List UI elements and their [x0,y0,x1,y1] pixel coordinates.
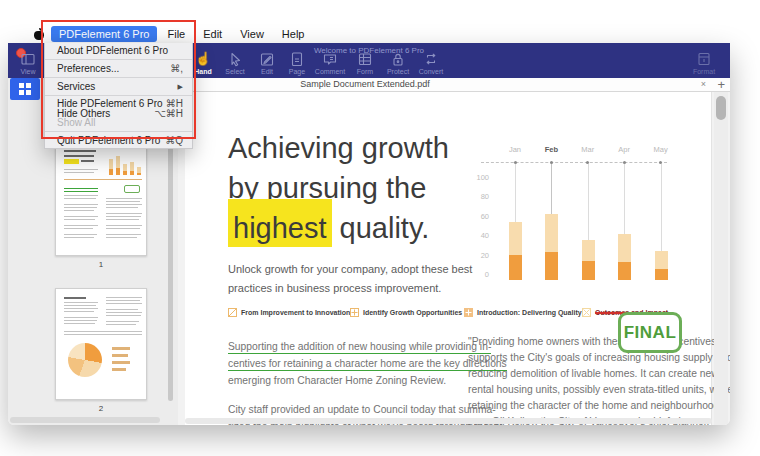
menubar-item-app[interactable]: PDFelement 6 Pro [51,26,157,42]
bar-segment-dark [618,262,631,280]
feature-item-2: Identify Growth Opportunities [350,308,462,317]
document-area: Achieving growth by pursuing the highest… [178,92,730,425]
menu-item-about[interactable]: About PDFelement 6 Pro [45,45,192,56]
feature-item-3: Introduction: Delivering Quality [464,308,582,317]
yellow-highlight[interactable]: highest [228,199,332,247]
x-axis-label: Jan [497,145,533,154]
toolbar-comment-button[interactable]: Comment [310,51,350,75]
page-thumbnail-1[interactable] [55,140,147,256]
green-underlined-text[interactable]: Supporting the addition of new housing w… [228,341,491,354]
solid-plus-square-icon [464,308,473,317]
sidebar-scrollbar[interactable] [168,136,173,401]
x-axis-label: Apr [606,145,642,154]
y-axis-tick: 80 [463,192,489,201]
y-axis-tick: 20 [463,251,489,260]
right-text-column: "Providing home owners with these types … [468,334,730,425]
app-dropdown-menu: About PDFelement 6 Pro Preferences...⌘, … [44,43,193,149]
macos-menu-bar: PDFelement 6 Pro File Edit View Help [26,24,760,43]
tab-add-icon[interactable]: + [717,77,725,92]
green-underlined-text[interactable]: centives for retaining a character home … [228,358,507,371]
x-axis-label: Feb [533,145,569,154]
menubar-item-view[interactable]: View [232,26,272,42]
bar-segment-dark [545,252,558,280]
document-scrollbar-track[interactable] [714,92,728,425]
toolbar-view-button[interactable]: View [10,51,46,75]
y-axis-tick: 100 [463,173,489,182]
toolbar-convert-button[interactable]: Convert [411,51,451,75]
convert-arrows-icon [411,51,451,67]
x-square-icon [582,308,591,317]
bar-segment-light [618,234,631,280]
bar-segment-dark [509,255,522,280]
menu-separator [45,131,192,132]
menu-item-quit[interactable]: Quit PDFelement 6 Pro⌘Q [45,135,192,146]
bar-segment-light [655,251,668,280]
menu-separator [45,59,192,60]
feature-item-1: From Improvement to Innovation [228,308,350,317]
plus-square-icon [350,308,359,317]
menubar-item-file[interactable]: File [159,26,193,42]
menu-item-services[interactable]: Services▶ [45,81,192,92]
pdf-page: Achieving growth by pursuing the highest… [185,92,712,425]
heading-line-1: Achieving growth [228,128,449,168]
sidebar-hscrollbar[interactable] [10,417,160,423]
page-number-2: 2 [55,404,147,413]
comment-bubble-icon [310,51,350,67]
bar-segment-light [582,240,595,280]
page-number-1: 1 [55,260,147,269]
document-scrollbar-thumb[interactable] [716,96,726,120]
screenshot-root: PDFelement 6 Pro File Edit View Help Wel… [0,0,760,456]
bar-segment-dark [582,261,595,280]
menu-separator [45,77,192,78]
menubar-item-edit[interactable]: Edit [195,26,230,42]
menubar-item-help[interactable]: Help [274,26,313,42]
left-text-column: Supporting the addition of new housing w… [228,338,507,425]
bar-segment-light [509,222,522,280]
document-hscrollbar[interactable] [185,418,712,424]
y-axis-tick: 60 [463,212,489,221]
bar-segment-light [545,214,558,280]
format-panel-icon [684,51,724,67]
document-subtitle: Unlock growth for your company, adopt th… [228,260,472,298]
diagonal-square-icon [228,308,237,317]
view-icon [10,51,46,67]
tab-close-icon[interactable]: × [701,79,706,89]
x-axis-label: Mar [570,145,606,154]
thumbnails-grid-icon [19,83,31,95]
x-axis-label: May [643,145,679,154]
bar-segment-dark [655,269,668,280]
apple-icon[interactable] [33,28,45,40]
document-heading: Achieving growth by pursuing the highest… [228,128,449,248]
thumbnail-panel-toggle[interactable] [10,78,40,100]
page-thumbnail-2[interactable] [55,288,147,400]
final-stamp[interactable]: FINAL [618,312,682,353]
heading-line-3: highest quality. [228,208,449,248]
menu-item-preferences[interactable]: Preferences...⌘, [45,63,192,74]
y-axis-tick: 40 [463,231,489,240]
submenu-arrow-icon: ▶ [178,83,183,91]
menu-item-show-all: Show All [45,118,192,128]
menu-separator [45,95,192,96]
toolbar-format-button[interactable]: Format [684,51,724,75]
